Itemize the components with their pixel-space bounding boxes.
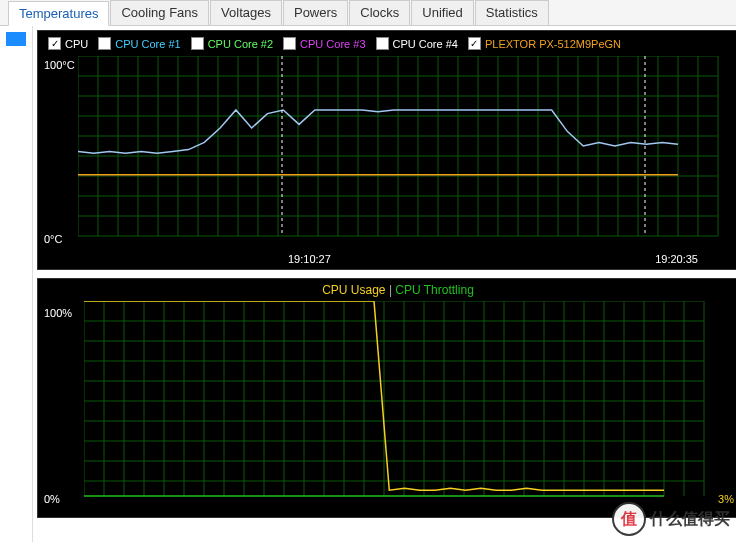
legend-item-cpu-core-3[interactable]: CPU Core #3 [283,37,365,50]
usage-legend: CPU Usage | CPU Throttling [38,279,736,301]
checkbox-icon[interactable] [376,37,389,50]
tab-powers[interactable]: Powers [283,0,348,25]
watermark-text: 什么值得买 [650,509,730,530]
legend-label: CPU Core #4 [393,38,458,50]
sidebar [0,26,33,542]
watermark-icon: 值 [612,502,646,536]
usage-y-max: 100% [44,307,72,319]
temperature-plot [78,56,736,246]
x-axis-start: 19:10:27 [288,253,331,265]
checkbox-icon[interactable] [98,37,111,50]
temperature-legend: ✓CPUCPU Core #1CPU Core #2CPU Core #3CPU… [38,31,736,56]
tab-cooling-fans[interactable]: Cooling Fans [110,0,209,25]
temperature-chart: ✓CPUCPU Core #1CPU Core #2CPU Core #3CPU… [37,30,736,270]
checkbox-icon[interactable]: ✓ [468,37,481,50]
legend-item-cpu-core-1[interactable]: CPU Core #1 [98,37,180,50]
usage-plot [84,301,724,501]
legend-label: CPU Core #3 [300,38,365,50]
legend-label: CPU [65,38,88,50]
legend-label: PLEXTOR PX-512M9PeGN [485,38,621,50]
content-area: ✓CPUCPU Core #1CPU Core #2CPU Core #3CPU… [0,26,736,542]
usage-y-min: 0% [44,493,60,505]
tab-temperatures[interactable]: Temperatures [8,1,109,26]
tab-voltages[interactable]: Voltages [210,0,282,25]
chart-panels: ✓CPUCPU Core #1CPU Core #2CPU Core #3CPU… [33,26,736,542]
y-axis-max: 100°C [44,59,75,71]
tab-unified[interactable]: Unified [411,0,473,25]
checkbox-icon[interactable]: ✓ [48,37,61,50]
tab-clocks[interactable]: Clocks [349,0,410,25]
legend-item-cpu[interactable]: ✓CPU [48,37,88,50]
x-axis-end: 19:20:35 [655,253,698,265]
legend-cpu-throttling: CPU Throttling [395,283,473,297]
legend-item-cpu-core-2[interactable]: CPU Core #2 [191,37,273,50]
sidebar-indicator [6,32,26,46]
watermark: 值 什么值得买 [612,502,730,536]
checkbox-icon[interactable] [283,37,296,50]
usage-chart: CPU Usage | CPU Throttling 100% 0% 3% 0% [37,278,736,518]
tab-statistics[interactable]: Statistics [475,0,549,25]
y-axis-min: 0°C [44,233,62,245]
legend-label: CPU Core #2 [208,38,273,50]
legend-item-plextor-px-512m9pegn[interactable]: ✓PLEXTOR PX-512M9PeGN [468,37,621,50]
legend-item-cpu-core-4[interactable]: CPU Core #4 [376,37,458,50]
legend-label: CPU Core #1 [115,38,180,50]
checkbox-icon[interactable] [191,37,204,50]
legend-cpu-usage: CPU Usage [322,283,385,297]
tab-bar: TemperaturesCooling FansVoltagesPowersCl… [0,0,736,26]
